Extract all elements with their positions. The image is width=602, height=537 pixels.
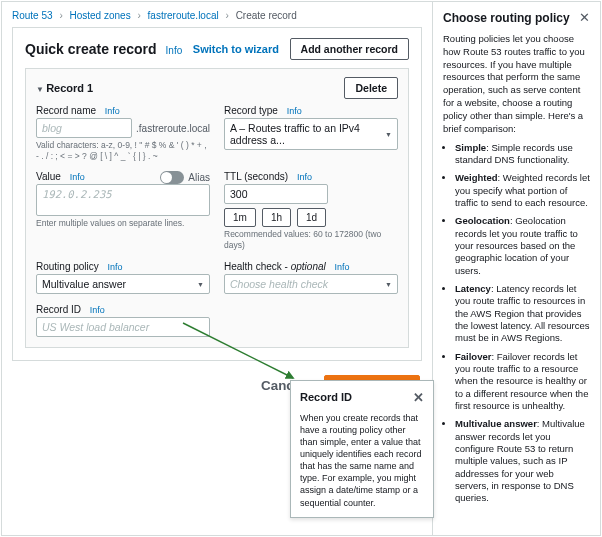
health-check-label: Health check -	[224, 261, 291, 272]
routing-policy-label: Routing policy	[36, 261, 99, 272]
record-name-input[interactable]	[36, 118, 132, 138]
info-link[interactable]: Info	[297, 172, 312, 182]
alias-label: Alias	[188, 172, 210, 183]
list-item: Simple: Simple records use standard DNS …	[455, 142, 590, 167]
quick-create-card: Quick create record Info Switch to wizar…	[12, 27, 422, 361]
delete-record-button[interactable]: Delete	[344, 77, 398, 99]
chevron-right-icon: ›	[59, 10, 62, 21]
info-link[interactable]: Info	[90, 305, 105, 315]
add-another-record-button[interactable]: Add another record	[290, 38, 409, 60]
info-link[interactable]: Info	[166, 45, 183, 56]
close-icon[interactable]: ✕	[579, 10, 590, 25]
ttl-preset-button[interactable]: 1d	[297, 208, 326, 227]
ttl-label: TTL (seconds)	[224, 171, 288, 182]
chevron-right-icon: ›	[226, 10, 229, 21]
record-id-input[interactable]	[36, 317, 210, 337]
help-title: Choose routing policy	[443, 11, 570, 25]
domain-suffix: .fastreroute.local	[136, 123, 210, 134]
info-link[interactable]: Info	[70, 172, 85, 182]
breadcrumb: Route 53 › Hosted zones › fastreroute.lo…	[12, 10, 422, 21]
ttl-preset-button[interactable]: 1h	[262, 208, 291, 227]
breadcrumb-link[interactable]: fastreroute.local	[148, 10, 219, 21]
list-item: Geolocation: Geolocation records let you…	[455, 215, 590, 277]
chevron-right-icon: ›	[137, 10, 140, 21]
popover-title: Record ID	[300, 390, 352, 405]
info-link[interactable]: Info	[105, 106, 120, 116]
record-name-label: Record name	[36, 105, 96, 116]
list-item: Multivalue answer: Multivalue answer rec…	[455, 418, 590, 504]
popover-body: When you create records that have a rout…	[300, 412, 424, 509]
record-id-label: Record ID	[36, 304, 81, 315]
record-id-popover: Record ID ✕ When you create records that…	[290, 380, 434, 518]
record-type-label: Record type	[224, 105, 278, 116]
ttl-hint: Recommended values: 60 to 172800 (two da…	[224, 229, 398, 250]
breadcrumb-link[interactable]: Route 53	[12, 10, 53, 21]
page-title: Quick create record	[25, 41, 157, 57]
list-item: Weighted: Weighted records let you speci…	[455, 172, 590, 209]
health-optional: optional	[291, 261, 326, 272]
record-toggle[interactable]: Record 1	[36, 82, 93, 94]
ttl-input[interactable]	[224, 184, 328, 204]
record-panel: Record 1 Delete Record name Info .fastre…	[25, 68, 409, 348]
info-link[interactable]: Info	[108, 262, 123, 272]
alias-toggle[interactable]	[160, 171, 184, 184]
list-item: Latency: Latency records let you route t…	[455, 283, 590, 345]
help-intro: Routing policies let you choose how Rout…	[443, 33, 590, 136]
value-textarea[interactable]	[36, 184, 210, 216]
record-name-hint: Valid characters: a-z, 0-9, ! " # $ % & …	[36, 140, 210, 161]
info-link[interactable]: Info	[287, 106, 302, 116]
help-panel: Choose routing policy ✕ Routing policies…	[432, 2, 600, 535]
value-label: Value	[36, 171, 61, 182]
help-list: Simple: Simple records use standard DNS …	[455, 142, 590, 505]
ttl-preset-button[interactable]: 1m	[224, 208, 256, 227]
breadcrumb-link[interactable]: Hosted zones	[70, 10, 131, 21]
list-item: Failover: Failover records let you route…	[455, 351, 590, 413]
close-icon[interactable]: ✕	[413, 389, 424, 407]
record-type-select[interactable]: A – Routes traffic to an IPv4 address a.…	[224, 118, 398, 150]
switch-to-wizard-link[interactable]: Switch to wizard	[193, 43, 279, 55]
routing-policy-select[interactable]: Multivalue answer	[36, 274, 210, 294]
info-link[interactable]: Info	[335, 262, 350, 272]
breadcrumb-current: Create record	[236, 10, 297, 21]
value-hint: Enter multiple values on separate lines.	[36, 218, 210, 229]
health-check-select[interactable]: Choose health check	[224, 274, 398, 294]
